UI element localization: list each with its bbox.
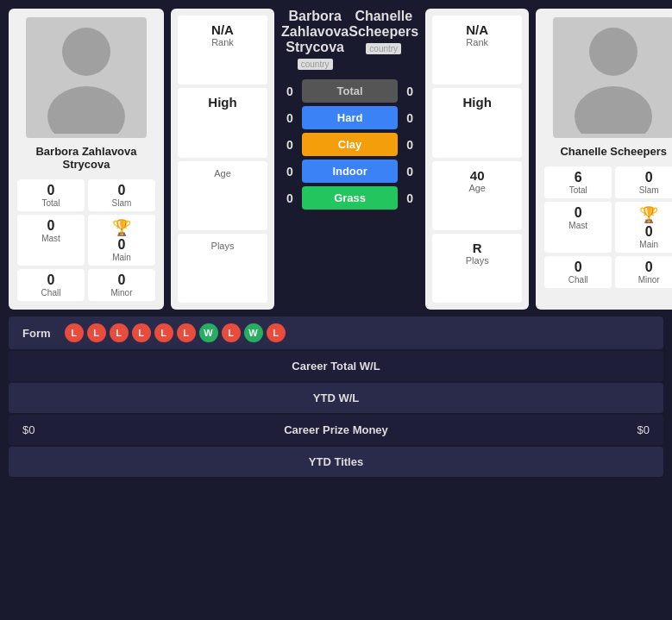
left-stat-total: 0 Total — [17, 179, 85, 211]
form-badge-l: L — [87, 323, 106, 342]
trophy-icon-left: 🏆 — [112, 218, 131, 237]
main-container: Barbora Zahlavova Strycova 0 Total 0 Sla… — [0, 0, 672, 485]
left-player-name: Barbora Zahlavova Strycova — [17, 145, 155, 171]
career-wl-label: Career Total W/L — [22, 360, 650, 373]
career-wl-row: Career Total W/L — [9, 351, 663, 381]
form-badge-l: L — [177, 323, 196, 342]
indoor-row: 0 Indoor 0 — [281, 160, 418, 183]
form-badge-l: L — [154, 323, 173, 342]
left-rank-box: N/A Rank — [178, 16, 267, 85]
hard-row: 0 Hard 0 — [281, 106, 418, 129]
indoor-btn[interactable]: Indoor — [302, 160, 398, 183]
right-middle-stats: N/A Rank High 40 Age R Plays — [425, 9, 529, 310]
bottom-section: Form LLLLLLWLWL Career Total W/L YTD W/L… — [9, 316, 663, 477]
right-age-box: 40 Age — [432, 161, 522, 230]
svg-point-3 — [575, 86, 652, 134]
ytd-titles-row: YTD Titles — [9, 447, 663, 477]
form-badge-w: W — [199, 323, 218, 342]
form-badge-l: L — [110, 323, 129, 342]
right-stat-mast: 0 Mast — [544, 202, 612, 253]
clay-btn[interactable]: Clay — [302, 133, 398, 156]
trophy-icon-right: 🏆 — [639, 205, 658, 224]
form-row: Form LLLLLLWLWL — [9, 316, 663, 349]
right-high-box: High — [432, 88, 522, 157]
svg-point-0 — [62, 28, 110, 76]
form-badge-l: L — [267, 323, 286, 342]
form-badge-l: L — [222, 323, 241, 342]
left-stat-slam: 0 Slam — [88, 179, 155, 211]
ytd-wl-row: YTD W/L — [9, 383, 663, 413]
hard-btn[interactable]: Hard — [302, 106, 398, 129]
left-player-avatar — [26, 17, 147, 138]
form-label: Form — [22, 327, 51, 340]
svg-point-2 — [589, 28, 637, 76]
right-country: country — [366, 43, 401, 54]
total-row: 0 Total 0 — [281, 79, 418, 103]
right-stat-main: 🏆 0 Main — [615, 202, 672, 253]
left-stat-mast: 0 Mast — [17, 215, 85, 266]
center-comparison: BarboraZahlavovaStrycova country Chanell… — [281, 9, 418, 310]
left-stats-grid: 0 Total 0 Slam 0 Mast 🏆 0 Main 0 — [17, 179, 155, 301]
right-player-avatar — [553, 17, 672, 138]
left-center-name: BarboraZahlavovaStrycova — [281, 9, 349, 55]
prize-label: Career Prize Money — [91, 423, 581, 436]
right-stat-total: 6 Total — [544, 166, 612, 198]
left-prize: $0 — [22, 423, 91, 436]
total-btn[interactable]: Total — [302, 79, 398, 103]
form-badge-l: L — [132, 323, 151, 342]
left-stat-chall: 0 Chall — [17, 269, 85, 301]
left-player-card: Barbora Zahlavova Strycova 0 Total 0 Sla… — [9, 9, 164, 310]
right-center-name: ChanelleScheepers — [349, 9, 418, 40]
right-player-card: Chanelle Scheepers 6 Total 0 Slam 0 Mast… — [536, 9, 672, 310]
left-stat-main: 🏆 0 Main — [88, 215, 155, 266]
left-middle-stats: N/A Rank High Age Plays — [171, 9, 274, 310]
left-country: country — [298, 59, 333, 70]
form-badge-w: W — [244, 323, 263, 342]
ytd-wl-label: YTD W/L — [22, 391, 650, 404]
right-prize: $0 — [581, 423, 650, 436]
prize-row: $0 Career Prize Money $0 — [9, 415, 663, 445]
svg-point-1 — [47, 86, 125, 134]
form-badges: LLLLLLWLWL — [65, 323, 286, 342]
top-section: Barbora Zahlavova Strycova 0 Total 0 Sla… — [9, 9, 663, 310]
ytd-titles-label: YTD Titles — [22, 455, 650, 468]
grass-btn[interactable]: Grass — [302, 186, 398, 210]
left-age-box: Age — [178, 161, 267, 230]
left-high-box: High — [178, 88, 267, 157]
clay-row: 0 Clay 0 — [281, 133, 418, 156]
right-stat-chall: 0 Chall — [544, 256, 612, 288]
left-stat-minor: 0 Minor — [88, 269, 155, 301]
right-stat-minor: 0 Minor — [615, 256, 672, 288]
form-badge-l: L — [65, 323, 84, 342]
right-player-name: Chanelle Scheepers — [560, 145, 667, 158]
right-stat-slam: 0 Slam — [615, 166, 672, 198]
grass-row: 0 Grass 0 — [281, 186, 418, 210]
right-plays-box: R Plays — [432, 234, 522, 303]
left-plays-box: Plays — [178, 234, 267, 303]
right-rank-box: N/A Rank — [432, 16, 522, 85]
right-stats-grid: 6 Total 0 Slam 0 Mast 🏆 0 Main 0 — [544, 166, 672, 288]
